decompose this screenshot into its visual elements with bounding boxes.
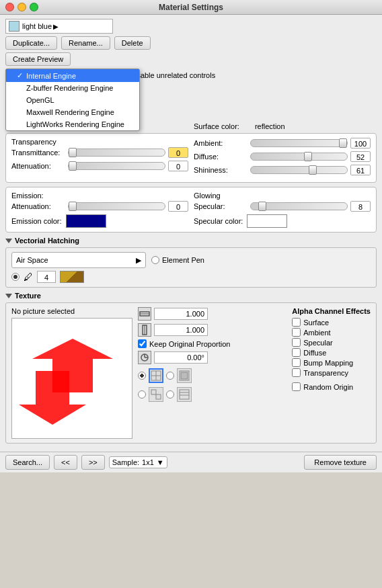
texture-panel: No picture selected xyxy=(5,302,377,444)
glowing-label: Glowing xyxy=(194,192,371,200)
transmittance-slider[interactable] xyxy=(68,149,165,157)
remove-texture-button[interactable]: Remove texture xyxy=(304,455,377,470)
triangle-icon xyxy=(5,239,12,243)
pen-color-swatch[interactable] xyxy=(60,271,84,283)
pattern-btn-1[interactable] xyxy=(149,368,163,383)
texture-controls: Keep Original Proportion xyxy=(138,307,286,439)
next-button[interactable]: >> xyxy=(81,455,105,470)
alpha-diffuse-checkbox[interactable] xyxy=(292,348,301,357)
engine-option-label: LightWorks Rendering Engine xyxy=(26,120,124,128)
ambient-val[interactable]: 100 xyxy=(350,138,371,149)
specular-thumb[interactable] xyxy=(258,202,266,211)
emission-panel: Emission: Attenuation: 0 Emission color:… xyxy=(5,187,377,233)
alpha-bump-row: Bump Mapping xyxy=(292,358,371,367)
alpha-bump-checkbox[interactable] xyxy=(292,358,301,367)
ambient-label: Ambient: xyxy=(194,139,247,147)
disable-unrelated-label: Disable unrelated controls xyxy=(130,71,215,79)
ambient-thumb[interactable] xyxy=(339,138,347,148)
engine-option-maxwell[interactable]: Maxwell Rendering Engine xyxy=(6,106,139,118)
pattern-radio-3[interactable] xyxy=(138,390,146,398)
shininess-val[interactable]: 61 xyxy=(350,165,371,175)
vectorial-hatching-title: Vectorial Hatching xyxy=(15,237,79,245)
pattern-btn-2[interactable] xyxy=(177,368,192,383)
sample-select[interactable]: Sample: 1x1 ▼ xyxy=(109,456,167,468)
texture-preview[interactable] xyxy=(11,318,132,439)
pattern-btn-4[interactable] xyxy=(177,387,192,402)
material-name-box[interactable]: light blue ▶ xyxy=(5,19,113,34)
emission-color-swatch[interactable] xyxy=(66,214,106,228)
pattern-radio-2[interactable] xyxy=(166,372,174,380)
rotation-input[interactable] xyxy=(154,351,208,364)
close-button[interactable] xyxy=(5,3,14,11)
triangle-icon xyxy=(5,294,12,298)
shininess-thumb[interactable] xyxy=(309,165,317,175)
alpha-diffuse-label: Diffuse xyxy=(303,349,326,357)
emission-attenuation-thumb[interactable] xyxy=(69,202,77,211)
engine-row: Internal Engine ✓ Internal Engine Z-buff… xyxy=(5,69,377,82)
search-button[interactable]: Search... xyxy=(5,455,50,470)
pattern-btn-3[interactable] xyxy=(149,387,163,402)
material-name: light blue xyxy=(22,22,52,30)
attenuation-val[interactable]: 0 xyxy=(168,161,188,171)
engine-option-opengl[interactable]: OpenGL xyxy=(6,94,139,106)
delete-button[interactable]: Delete xyxy=(114,36,151,50)
transmittance-thumb[interactable] xyxy=(69,148,77,157)
specular-val[interactable]: 8 xyxy=(350,201,371,212)
pattern-radio-1[interactable] xyxy=(138,372,146,380)
diffuse-slider[interactable] xyxy=(250,153,348,161)
transparency-title: Transparency xyxy=(11,138,188,146)
maximize-button[interactable] xyxy=(30,3,38,11)
rotation-icon xyxy=(138,351,151,364)
alpha-surface-row: Surface xyxy=(292,318,371,327)
diffuse-thumb[interactable] xyxy=(304,152,312,161)
ambient-slider[interactable] xyxy=(250,139,348,147)
transmittance-row: Transmittance: 0 xyxy=(11,147,188,158)
no-picture-label: No picture selected xyxy=(11,307,132,315)
pattern-radio-4[interactable] xyxy=(166,390,174,398)
alpha-surface-label: Surface xyxy=(303,319,329,327)
transparency-reflection-cols: Transparency Transmittance: 0 Attenuatio… xyxy=(11,138,371,178)
create-preview-button[interactable]: Create Preview xyxy=(5,52,71,66)
pen-settings-row: 🖊 4 xyxy=(11,271,371,283)
shininess-slider[interactable] xyxy=(250,166,348,174)
scale-y-input[interactable] xyxy=(154,324,208,336)
scale-x-input[interactable] xyxy=(154,308,208,320)
prev-button[interactable]: << xyxy=(54,455,77,470)
texture-scale-x-row xyxy=(138,307,286,321)
emission-attenuation-val[interactable]: 0 xyxy=(168,201,188,212)
engine-option-label: Internal Engine xyxy=(26,72,76,80)
hatching-pen-row: Element Pen xyxy=(151,256,204,264)
alpha-random-checkbox[interactable] xyxy=(292,382,301,391)
engine-option-internal[interactable]: ✓ Internal Engine xyxy=(6,69,139,82)
vectorial-hatching-header: Vectorial Hatching xyxy=(5,237,377,245)
alpha-specular-label: Specular xyxy=(303,339,332,347)
pen-radio-active[interactable] xyxy=(11,273,20,281)
rename-button[interactable]: Rename... xyxy=(61,36,110,50)
attenuation-thumb[interactable] xyxy=(69,161,77,171)
diffuse-val[interactable]: 52 xyxy=(350,151,371,162)
emission-title: Emission: xyxy=(11,192,188,200)
engine-option-label: Z-buffer Rendering Engine xyxy=(26,84,113,92)
transmittance-val[interactable]: 0 xyxy=(168,147,188,158)
engine-dropdown-popup: ✓ Internal Engine Z-buffer Rendering Eng… xyxy=(5,69,140,131)
check-icon: ✓ xyxy=(17,71,26,80)
hatching-dropdown[interactable]: Air Space ▶ xyxy=(11,252,146,268)
specular-slider[interactable] xyxy=(250,202,348,210)
specular-color-swatch[interactable] xyxy=(247,214,287,228)
element-pen-radio[interactable] xyxy=(151,256,159,264)
engine-option-lightworks[interactable]: LightWorks Rendering Engine xyxy=(6,118,139,130)
alpha-ambient-checkbox[interactable] xyxy=(292,328,301,337)
alpha-specular-checkbox[interactable] xyxy=(292,338,301,347)
minimize-button[interactable] xyxy=(17,3,26,11)
attenuation-slider[interactable] xyxy=(68,162,165,170)
action-buttons-row: Duplicate... Rename... Delete xyxy=(5,36,377,50)
engine-option-zbuffer[interactable]: Z-buffer Rendering Engine xyxy=(6,82,139,94)
duplicate-button[interactable]: Duplicate... xyxy=(5,36,57,50)
pen-number-box[interactable]: 4 xyxy=(37,271,56,283)
keep-proportion-checkbox[interactable] xyxy=(138,339,147,348)
alpha-transparency-row: Transparency xyxy=(292,368,371,377)
alpha-surface-checkbox[interactable] xyxy=(292,318,301,327)
alpha-transparency-checkbox[interactable] xyxy=(292,368,301,377)
emission-attenuation-slider[interactable] xyxy=(68,202,165,210)
alpha-random-label: Random Origin xyxy=(303,383,353,391)
